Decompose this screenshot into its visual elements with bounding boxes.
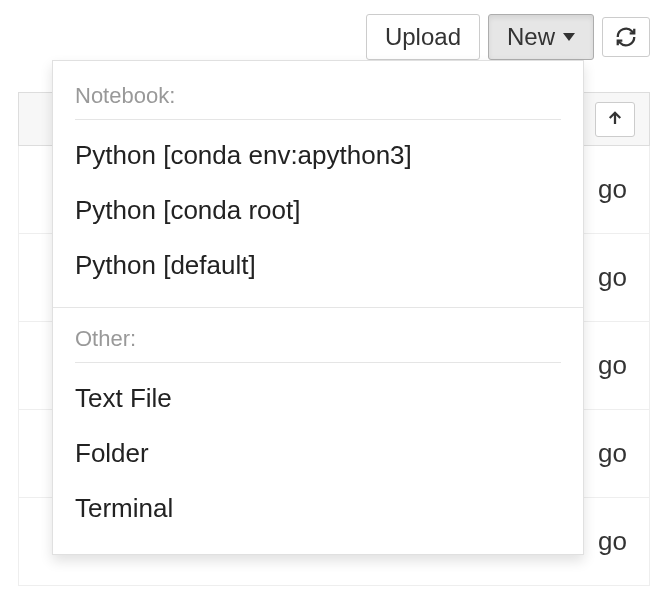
dropdown-item-terminal[interactable]: Terminal [53, 481, 583, 536]
dropdown-item-kernel[interactable]: Python [conda root] [53, 183, 583, 238]
dropdown-item-folder[interactable]: Folder [53, 426, 583, 481]
dropdown-divider [53, 307, 583, 308]
dropdown-section-other: Other: [53, 314, 583, 356]
dropdown-divider [75, 119, 561, 120]
new-button[interactable]: New [488, 14, 594, 60]
dropdown-item-kernel[interactable]: Python [default] [53, 238, 583, 293]
caret-down-icon [563, 33, 575, 41]
row-time-suffix: go [598, 526, 627, 557]
sort-button[interactable] [595, 102, 635, 137]
dropdown-item-kernel[interactable]: Python [conda env:apython3] [53, 128, 583, 183]
dropdown-divider [75, 362, 561, 363]
upload-button[interactable]: Upload [366, 14, 480, 60]
dropdown-item-textfile[interactable]: Text File [53, 371, 583, 426]
row-time-suffix: go [598, 350, 627, 381]
toolbar: Upload New [366, 14, 650, 60]
dropdown-section-notebook: Notebook: [53, 71, 583, 113]
new-dropdown-menu: Notebook: Python [conda env:apython3] Py… [52, 60, 584, 555]
row-time-suffix: go [598, 262, 627, 293]
new-button-label: New [507, 23, 555, 51]
arrow-up-icon [606, 109, 624, 127]
row-time-suffix: go [598, 438, 627, 469]
row-time-suffix: go [598, 174, 627, 205]
refresh-icon [615, 26, 637, 48]
upload-button-label: Upload [385, 23, 461, 51]
refresh-button[interactable] [602, 17, 650, 57]
